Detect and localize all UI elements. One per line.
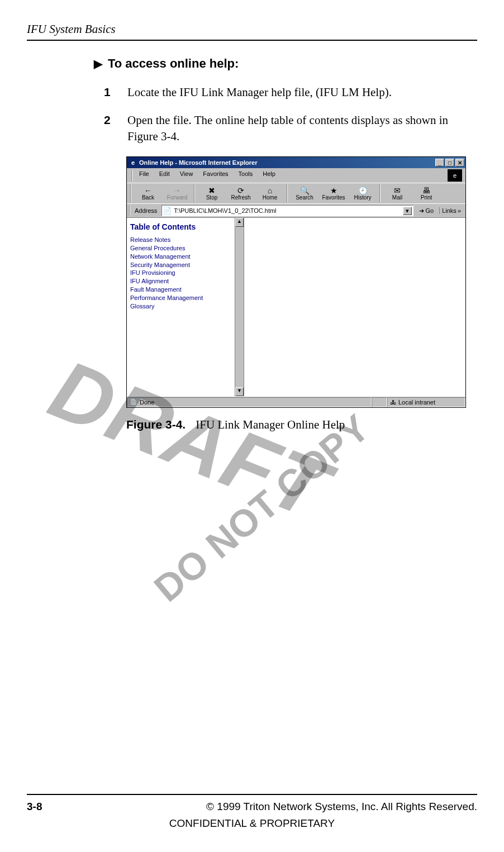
menu-view[interactable]: View — [175, 169, 198, 182]
figure-number: Figure 3-4. — [126, 418, 186, 432]
figure-title: IFU Link Manager Online Help — [196, 418, 345, 432]
go-icon: ➜ — [419, 207, 424, 215]
history-button[interactable]: 🕘History — [348, 185, 377, 202]
figure-screenshot: e Online Help - Microsoft Internet Explo… — [126, 156, 467, 432]
back-button[interactable]: ←Back — [134, 185, 163, 202]
toc-scrollbar[interactable]: ▲ ▼ — [235, 218, 244, 396]
step-text: Open the file. The online help table of … — [127, 112, 470, 144]
status-bar: 📄 Done 🖧 Local intranet — [127, 396, 465, 407]
home-icon: ⌂ — [255, 187, 284, 194]
mail-button[interactable]: ✉Mail — [383, 185, 412, 202]
procedure-title-text: To access online help: — [108, 56, 239, 71]
intranet-zone-icon: 🖧 — [390, 399, 396, 406]
step-number: 2 — [104, 112, 114, 144]
toc-link-glossary[interactable]: Glossary — [130, 302, 240, 311]
window-titlebar: e Online Help - Microsoft Internet Explo… — [127, 157, 465, 168]
toc-link-security-management[interactable]: Security Management — [130, 261, 240, 269]
menu-tools[interactable]: Tools — [234, 169, 258, 182]
minimize-button[interactable]: _ — [435, 159, 444, 166]
content-pane — [244, 218, 465, 396]
browser-body: Table of Contents Release Notes General … — [127, 217, 465, 396]
toc-link-release-notes[interactable]: Release Notes — [130, 236, 240, 244]
ie-logo-icon: e — [448, 169, 462, 182]
copyright-line: © 1999 Triton Network Systems, Inc. All … — [206, 801, 477, 813]
forward-arrow-icon: → — [163, 187, 192, 194]
stop-icon: ✖ — [197, 187, 226, 194]
scroll-up-icon[interactable]: ▲ — [235, 218, 244, 227]
back-arrow-icon: ← — [134, 187, 163, 194]
page-footer: 3-8 © 1999 Triton Network Systems, Inc. … — [27, 794, 477, 830]
toc-heading: Table of Contents — [130, 222, 240, 231]
running-header: IFU System Basics — [27, 22, 477, 36]
refresh-icon: ⟳ — [226, 187, 255, 194]
favorites-icon: ★ — [319, 187, 348, 194]
address-bar: Address 📄 T:\PUBLIC\LMOH\V1_0_22\TOC.htm… — [127, 203, 465, 217]
maximize-button[interactable]: □ — [445, 159, 454, 166]
go-button[interactable]: ➜Go — [416, 207, 438, 215]
toolbar: ←Back →Forward ✖Stop ⟳Refresh ⌂Home 🔍Sea… — [127, 183, 465, 203]
menu-file[interactable]: File — [135, 169, 154, 182]
search-icon: 🔍 — [290, 187, 319, 194]
procedure-heading: ▶ To access online help: — [94, 56, 477, 71]
stop-button[interactable]: ✖Stop — [197, 185, 226, 202]
menu-edit[interactable]: Edit — [155, 169, 174, 182]
links-toolbar[interactable]: Links» — [439, 207, 463, 214]
close-button[interactable]: ✕ — [455, 159, 464, 166]
address-label: Address — [132, 207, 159, 214]
address-value: T:\PUBLIC\LMOH\V1_0_22\TOC.html — [174, 207, 276, 214]
step-number: 1 — [104, 84, 114, 100]
toc-pane: Table of Contents Release Notes General … — [127, 218, 244, 396]
home-button[interactable]: ⌂Home — [255, 185, 284, 202]
document-icon: 📄 — [130, 398, 137, 406]
confidential-line: CONFIDENTIAL & PROPRIETARY — [27, 817, 477, 830]
address-dropdown-icon[interactable]: ▾ — [403, 207, 412, 215]
history-icon: 🕘 — [348, 187, 377, 194]
refresh-button[interactable]: ⟳Refresh — [226, 185, 255, 202]
toc-link-performance-management[interactable]: Performance Management — [130, 294, 240, 302]
forward-button[interactable]: →Forward — [163, 185, 192, 202]
status-zone: 🖧 Local intranet — [387, 397, 465, 407]
step-text: Locate the IFU Link Manager help file, (… — [127, 84, 392, 100]
step-1: 1 Locate the IFU Link Manager help file,… — [104, 84, 470, 100]
chevron-right-icon: » — [458, 207, 461, 214]
menu-bar: File Edit View Favorites Tools Help e — [127, 168, 465, 183]
menu-favorites[interactable]: Favorites — [198, 169, 232, 182]
mail-icon: ✉ — [383, 187, 412, 194]
window-title: Online Help - Microsoft Internet Explore… — [139, 159, 435, 166]
figure-caption: Figure 3-4. IFU Link Manager Online Help — [126, 418, 467, 432]
status-message: 📄 Done — [127, 397, 372, 407]
scroll-down-icon[interactable]: ▼ — [235, 387, 244, 396]
menu-help[interactable]: Help — [258, 169, 280, 182]
toc-link-network-management[interactable]: Network Management — [130, 253, 240, 261]
ie-window: e Online Help - Microsoft Internet Explo… — [126, 156, 466, 408]
ie-app-icon: e — [129, 159, 137, 166]
html-file-icon: 📄 — [163, 207, 172, 215]
toc-link-ifu-alignment[interactable]: IFU Alignment — [130, 277, 240, 285]
print-icon: 🖶 — [412, 187, 441, 194]
page-number: 3-8 — [27, 801, 42, 813]
print-button[interactable]: 🖶Print — [412, 185, 441, 202]
address-input[interactable]: 📄 T:\PUBLIC\LMOH\V1_0_22\TOC.html ▾ — [161, 205, 413, 216]
watermark-do-not-copy: DO NOT COPY — [146, 406, 378, 610]
search-button[interactable]: 🔍Search — [290, 185, 319, 202]
arrow-icon: ▶ — [94, 57, 102, 70]
status-security — [372, 397, 387, 407]
favorites-button[interactable]: ★Favorites — [319, 185, 348, 202]
toc-list: Release Notes General Procedures Network… — [130, 236, 240, 311]
step-2: 2 Open the file. The online help table o… — [104, 112, 470, 144]
toc-link-ifu-provisioning[interactable]: IFU Provisioning — [130, 269, 240, 277]
toc-link-general-procedures[interactable]: General Procedures — [130, 244, 240, 253]
toc-link-fault-management[interactable]: Fault Management — [130, 285, 240, 294]
